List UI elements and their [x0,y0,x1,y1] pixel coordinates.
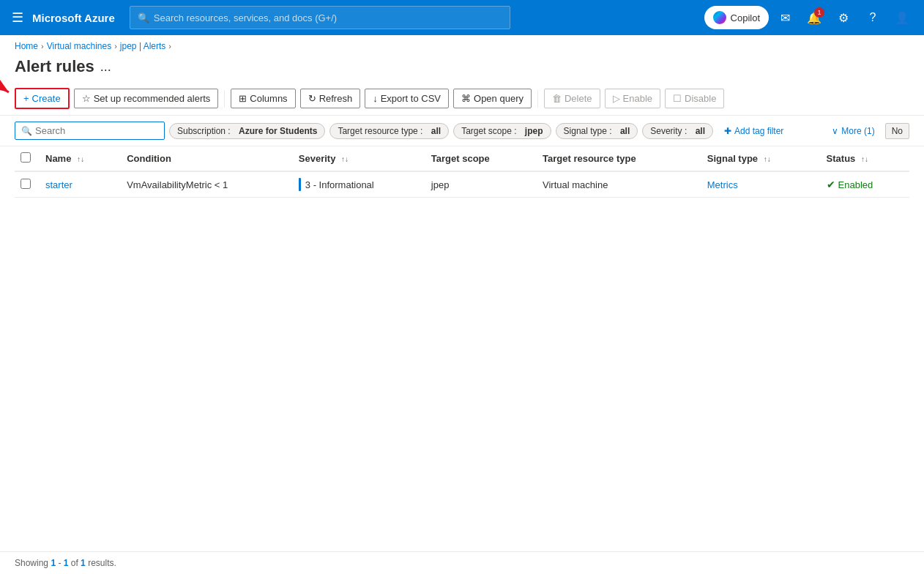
signal-type-filter[interactable]: Signal type : all [556,123,638,139]
nav-icons-group: Copilot ✉ 🔔 1 ⚙ ? 👤 [704,4,915,31]
main-content: Home › Virtual machines › jpep | Alerts … [0,35,924,574]
breadcrumb-jpep-alerts[interactable]: jpep | Alerts [120,41,165,51]
query-icon: ⌘ [461,93,471,104]
disable-icon: ☐ [673,93,682,104]
global-search-bar[interactable]: 🔍 [130,6,510,29]
page-more-options[interactable]: ... [100,59,111,75]
copilot-logo-icon [713,11,726,24]
enable-icon: ▷ [613,93,620,104]
star-icon: ☆ [82,93,91,104]
account-icon[interactable]: 👤 [889,4,915,31]
enable-button[interactable]: ▷ Enable [605,89,660,108]
notification-badge: 1 [814,7,824,18]
toolbar-divider-1 [224,90,225,108]
target-resource-type-filter[interactable]: Target resource type : all [329,123,449,139]
severity-filter[interactable]: Severity : all [642,123,713,139]
row-condition-cell: VmAvailabilityMetric < 1 [121,171,293,198]
severity-sort-icon: ↑↓ [341,155,349,163]
row-status-cell: ✔ Enabled [821,171,909,198]
refresh-button[interactable]: ↻ Refresh [300,89,361,108]
row-severity-cell: 3 - Informational [293,171,425,198]
annotation-arrow [0,78,15,118]
showing-results-label: Showing 1 - 1 of 1 results. [15,558,116,568]
delete-icon: 🗑 [552,93,562,104]
status-sort-icon: ↑↓ [861,155,868,163]
page-header: Alert rules ... [0,54,924,82]
row-target-resource-type-cell: Virtual machine [537,171,701,198]
settings-icon[interactable]: ⚙ [830,4,857,31]
signal-type-sort-icon: ↑↓ [764,155,771,163]
page-title: Alert rules [15,57,94,76]
breadcrumb-sep-2: › [114,42,117,51]
column-header-target-resource-type[interactable]: Target resource type [537,146,701,171]
help-icon[interactable]: ? [860,4,886,31]
toolbar: + Create ☆ Set up recommended alerts ⊞ C… [0,82,924,116]
breadcrumb-home[interactable]: Home [15,41,38,51]
open-query-button[interactable]: ⌘ Open query [453,89,532,108]
copilot-button[interactable]: Copilot [704,6,769,29]
signal-type-link[interactable]: Metrics [707,179,738,190]
no-button[interactable]: No [885,123,909,139]
severity-indicator: 3 - Informational [299,178,420,191]
status-enabled-indicator: ✔ Enabled [827,179,903,190]
download-icon: ↓ [373,93,378,104]
add-tag-filter-button[interactable]: ✚ Add tag filter [718,123,790,139]
column-header-target-scope[interactable]: Target scope [425,146,537,171]
create-button-wrapper: + Create [15,88,70,109]
brand-title: Microsoft Azure [32,12,115,24]
menu-icon[interactable]: ☰ [9,7,26,29]
top-navigation: ☰ Microsoft Azure 🔍 Copilot ✉ 🔔 1 ⚙ ? 👤 [0,0,924,35]
column-header-status[interactable]: Status ↑↓ [821,146,909,171]
alert-rules-table-container: Name ↑↓ Condition Severity ↑↓ Target sco… [0,146,924,198]
breadcrumb: Home › Virtual machines › jpep | Alerts … [0,35,924,54]
columns-icon: ⊞ [239,93,247,104]
row-checkbox[interactable] [21,179,31,189]
table-header-row: Name ↑↓ Condition Severity ↑↓ Target sco… [15,146,909,171]
column-header-severity[interactable]: Severity ↑↓ [293,146,425,171]
column-header-condition[interactable]: Condition [121,146,293,171]
refresh-icon: ↻ [308,93,316,104]
breadcrumb-sep-1: › [41,42,44,51]
feedback-icon[interactable]: ✉ [772,4,798,31]
export-csv-button[interactable]: ↓ Export to CSV [365,89,449,108]
search-icon: 🔍 [138,12,149,23]
select-all-checkbox[interactable] [21,152,31,163]
rule-name-link[interactable]: starter [45,179,72,190]
create-button[interactable]: + Create [15,88,70,109]
filter-bar: 🔍 Subscription : Azure for Students Targ… [0,116,924,146]
notifications-icon[interactable]: 🔔 1 [801,4,827,31]
toolbar-divider-2 [537,90,538,108]
target-scope-filter[interactable]: Target scope : jpep [453,123,551,139]
check-icon: ✔ [827,179,835,190]
row-select-cell[interactable] [15,171,40,198]
columns-button[interactable]: ⊞ Columns [231,89,295,108]
row-name-cell: starter [40,171,121,198]
name-sort-icon: ↑↓ [77,155,84,163]
global-search-input[interactable] [154,12,502,23]
select-all-header[interactable] [15,146,40,171]
results-footer: Showing 1 - 1 of 1 results. [0,551,924,574]
setup-alerts-button[interactable]: ☆ Set up recommended alerts [74,89,219,108]
search-filter-input[interactable] [35,125,158,136]
column-header-signal-type[interactable]: Signal type ↑↓ [701,146,821,171]
plus-icon: + [23,93,29,104]
column-header-name[interactable]: Name ↑↓ [40,146,121,171]
row-target-scope-cell: jpep [425,171,537,198]
chevron-down-icon: ∨ [832,126,838,136]
more-filters-button[interactable]: ∨ More (1) [826,124,880,138]
delete-button[interactable]: 🗑 Delete [544,89,600,108]
alert-rules-table: Name ↑↓ Condition Severity ↑↓ Target sco… [15,146,909,198]
breadcrumb-virtual-machines[interactable]: Virtual machines [47,41,112,51]
search-filter-icon: 🔍 [21,126,32,136]
subscription-filter[interactable]: Subscription : Azure for Students [169,123,325,139]
row-signal-type-cell: Metrics [701,171,821,198]
severity-bar-icon [299,178,301,191]
plus-tag-icon: ✚ [724,126,731,136]
disable-button[interactable]: ☐ Disable [665,89,724,108]
search-filter[interactable]: 🔍 [15,122,165,140]
table-row: starter VmAvailabilityMetric < 1 3 - Inf… [15,171,909,198]
breadcrumb-sep-3: › [168,42,171,51]
